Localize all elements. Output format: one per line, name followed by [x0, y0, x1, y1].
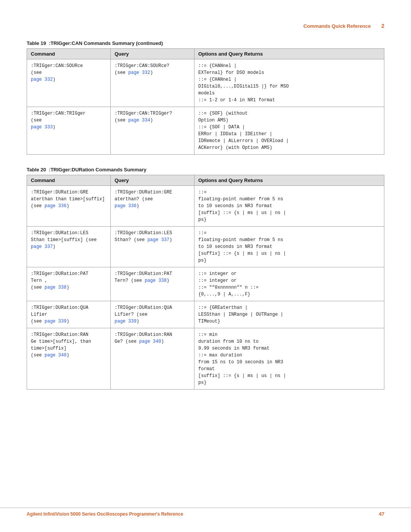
query-cell: :TRIGger:DURation:GREaterthan? (seepage …: [111, 186, 194, 227]
query-cell: :TRIGger:DURation:LESSthan? (see page 33…: [111, 227, 194, 267]
page-link[interactable]: page 332: [31, 77, 53, 82]
page-link[interactable]: page 340: [45, 353, 67, 358]
query-cell: :TRIGger:DURation:RANGe? (see page 340): [111, 328, 194, 390]
table-row: :TRIGger:DURation:LESSthan time>[suffix]…: [27, 227, 384, 267]
table19: Command Query Options and Query Returns …: [27, 48, 384, 155]
footer-right: 47: [379, 511, 384, 517]
command-cell: :TRIGger:DURation:GREaterthan than time>…: [27, 186, 111, 227]
table20-col-command: Command: [27, 175, 111, 186]
command-cell: :TRIGger:DURation:QUALifier (see page 33…: [27, 301, 111, 328]
query-cell: :TRIGger:DURation:PATTern? (see page 338…: [111, 267, 194, 301]
table-row: :TRIGger:DURation:PATTern , (see page 33…: [27, 267, 384, 301]
footer-left: Agilent InfiniiVision 5000 Series Oscill…: [27, 511, 183, 517]
table-row: :TRIGger:DURation:RANGe time>[suffix], t…: [27, 328, 384, 390]
query-cell: :TRIGger:CAN:SOURce?(see page 332): [111, 59, 194, 107]
table19-title: Table 19 :TRIGger:CAN Commands Summary (…: [27, 40, 384, 46]
page-link[interactable]: page 336: [115, 203, 137, 209]
command-cell: :TRIGger:DURation:PATTern , (see page 33…: [27, 267, 111, 301]
page-link[interactable]: page 338: [45, 285, 67, 290]
options-cell: ::= integer or ::= integer or ::= ""0xnn…: [194, 267, 384, 301]
page-link[interactable]: page 339: [45, 319, 67, 324]
options-cell: ::=floating-point number from 5 nsto 10 …: [194, 186, 384, 227]
table19-col-command: Command: [27, 49, 111, 59]
table-row: :TRIGger:CAN:SOURce (seepage 332):TRIGge…: [27, 59, 384, 107]
table19-col-options: Options and Query Returns: [194, 49, 384, 59]
options-cell: ::= {SOF} (withoutOption AMS) ::= {SOF |…: [194, 107, 384, 155]
table20-col-options: Options and Query Returns: [194, 175, 384, 186]
page-link[interactable]: page 337: [147, 237, 169, 243]
header-bar: Commands Quick Reference 2: [27, 23, 384, 29]
page-link[interactable]: page 337: [31, 244, 53, 249]
header-title: Commands Quick Reference: [303, 23, 371, 29]
command-cell: :TRIGger:CAN:SOURce (seepage 332): [27, 59, 111, 107]
options-cell: ::= minduration from 10 ns to9.99 second…: [194, 328, 384, 390]
footer: Agilent InfiniiVision 5000 Series Oscill…: [0, 508, 411, 517]
table19-col-query: Query: [111, 49, 194, 59]
page-link[interactable]: page 336: [45, 203, 67, 209]
page-link[interactable]: page 340: [139, 339, 161, 344]
page-link[interactable]: page 332: [128, 70, 150, 75]
options-cell: ::=floating-point number from 5 nsto 10 …: [194, 227, 384, 267]
page-link[interactable]: page 339: [115, 319, 137, 324]
table20-title: Table 20 :TRIGger:DURation Commands Summ…: [27, 167, 384, 173]
page-link[interactable]: page 333: [31, 125, 53, 130]
page-link[interactable]: page 338: [145, 278, 167, 283]
options-cell: ::= {CHANnel |EXTernal} for DSO models :…: [194, 59, 384, 107]
command-cell: :TRIGger:DURation:LESSthan time>[suffix]…: [27, 227, 111, 267]
table-row: :TRIGger:DURation:GREaterthan than time>…: [27, 186, 384, 227]
query-cell: :TRIGger:DURation:QUALifier? (seepage 33…: [111, 301, 194, 328]
query-cell: :TRIGger:CAN:TRIGger?(see page 334): [111, 107, 194, 155]
page-link[interactable]: page 334: [128, 118, 150, 123]
header-page-num: 2: [381, 23, 384, 29]
options-cell: ::= {GREaterthan |LESSthan | INRange | O…: [194, 301, 384, 328]
command-cell: :TRIGger:DURation:RANGe time>[suffix], t…: [27, 328, 111, 390]
table20-col-query: Query: [111, 175, 194, 186]
table20: Command Query Options and Query Returns …: [27, 175, 384, 390]
table-row: :TRIGger:CAN:TRIGger (seepage 333):TRIGg…: [27, 107, 384, 155]
table-row: :TRIGger:DURation:QUALifier (see page 33…: [27, 301, 384, 328]
command-cell: :TRIGger:CAN:TRIGger (seepage 333): [27, 107, 111, 155]
